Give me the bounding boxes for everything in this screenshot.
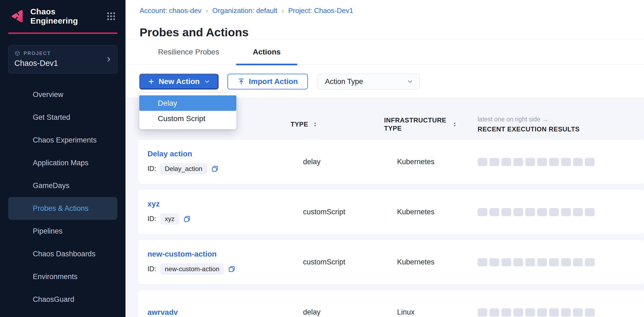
module-grid-icon[interactable] xyxy=(106,11,116,21)
action-row: new-custom-action ID: new-custom-action … xyxy=(138,240,644,284)
execution-result-pill xyxy=(525,308,535,316)
tab-label: Resilience Probes xyxy=(158,48,219,56)
copy-icon xyxy=(228,265,236,273)
action-name-link[interactable]: awrvadv xyxy=(147,308,178,317)
execution-result-pill xyxy=(513,208,523,216)
action-row: awrvadv delay Linux xyxy=(138,290,644,317)
action-id-value: Delay_action xyxy=(160,163,207,174)
sidebar-item[interactable]: Get Started xyxy=(8,106,117,129)
type-column-header: TYPE xyxy=(291,121,384,128)
breadcrumb-item: Organization: default › xyxy=(212,7,288,15)
execution-result-pill xyxy=(573,308,583,316)
project-label: PROJECT xyxy=(24,51,51,56)
execution-result-pill xyxy=(478,308,487,316)
sidebar: Chaos Engineering PROJECT Chaos-Dev1 Ove… xyxy=(0,0,125,317)
execution-result-pill xyxy=(549,308,559,316)
menu-item-label: Delay xyxy=(158,99,177,108)
name-cell: new-custom-action ID: new-custom-action xyxy=(147,250,291,275)
tab[interactable]: Actions xyxy=(236,40,298,64)
new-action-label: New Action xyxy=(159,77,199,86)
execution-result-pill xyxy=(478,258,487,266)
tab-label: Actions xyxy=(253,48,281,56)
chaos-engineering-logo-icon xyxy=(9,8,25,24)
execution-result-pill xyxy=(573,158,583,166)
import-action-label: Import Action xyxy=(249,77,298,86)
execution-result-pill xyxy=(573,208,583,216)
execution-result-pill xyxy=(513,308,523,316)
breadcrumb-link[interactable]: Account: chaos-dev xyxy=(140,7,201,15)
breadcrumb-link[interactable]: Project: Chaos-Dev1 xyxy=(288,7,353,15)
infrastructure-cell: Kubernetes xyxy=(384,258,478,267)
breadcrumb-link[interactable]: Organization: default xyxy=(212,7,277,15)
execution-result-pill xyxy=(549,208,559,216)
copy-id-button[interactable] xyxy=(183,215,191,223)
tab[interactable]: Resilience Probes xyxy=(141,40,236,64)
infrastructure-value: Kubernetes xyxy=(397,258,434,266)
copy-icon xyxy=(183,215,191,223)
project-name: Chaos-Dev1 xyxy=(14,59,111,68)
infrastructure-cell: Kubernetes xyxy=(384,157,478,166)
sort-icon[interactable] xyxy=(312,121,318,128)
sidebar-item[interactable]: GameDays xyxy=(8,174,117,197)
name-cell: xyz ID: xyz xyxy=(147,200,291,225)
execution-result-pill xyxy=(525,158,535,166)
sidebar-item-label: Chaos Dashboards xyxy=(33,250,95,258)
import-action-button[interactable]: Import Action xyxy=(227,74,308,89)
execution-result-pill xyxy=(501,208,511,216)
sidebar-item[interactable]: Chaos Experiments xyxy=(8,129,117,151)
execution-result-pill xyxy=(525,208,535,216)
tab-bar: Resilience Probes Actions xyxy=(141,40,297,64)
results-header-label: RECENT EXECUTION RESULTS xyxy=(478,125,644,133)
sidebar-item[interactable]: Overview xyxy=(8,83,117,106)
sidebar-item[interactable]: Environments xyxy=(8,265,117,288)
action-name-link[interactable]: xyz xyxy=(147,200,160,208)
sidebar-item-label: Get Started xyxy=(33,113,70,122)
type-cell: customScript xyxy=(291,258,384,266)
sidebar-item-label: Application Maps xyxy=(33,159,89,167)
sidebar-item[interactable]: Pipelines xyxy=(8,220,117,242)
action-id-value: xyz xyxy=(160,213,179,225)
id-label: ID: xyxy=(147,215,156,223)
sidebar-item-label: GameDays xyxy=(33,182,69,190)
chevron-down-icon xyxy=(204,79,210,85)
action-type-filter[interactable]: Action Type xyxy=(318,74,420,89)
new-action-button[interactable]: New Action xyxy=(139,74,218,89)
project-selector[interactable]: PROJECT Chaos-Dev1 xyxy=(8,45,117,73)
id-label: ID: xyxy=(147,265,156,273)
sidebar-item[interactable]: Probes & Actions xyxy=(8,197,117,220)
infrastructure-header-label: INFRASTRUCTURE TYPE xyxy=(384,116,448,132)
execution-result-pill xyxy=(585,308,595,316)
type-value: customScript xyxy=(303,258,345,266)
breadcrumb-item: Project: Chaos-Dev1 › xyxy=(288,7,353,15)
upload-icon xyxy=(237,78,245,85)
copy-id-button[interactable] xyxy=(211,165,219,173)
execution-result-pill xyxy=(561,308,571,316)
table-body: Delay action ID: Delay_action delay xyxy=(138,140,644,317)
breadcrumb-item: Account: chaos-dev › xyxy=(140,7,212,15)
action-row: xyz ID: xyz customScript xyxy=(138,190,644,234)
name-cell: awrvadv xyxy=(147,308,291,317)
sidebar-header: Chaos Engineering xyxy=(0,0,125,33)
execution-result-pill xyxy=(585,208,595,216)
execution-result-pill xyxy=(525,258,535,266)
execution-result-pill xyxy=(490,308,499,316)
app-title: Chaos Engineering xyxy=(30,7,101,25)
action-name-link[interactable]: Delay action xyxy=(147,150,192,158)
action-id-row: ID: new-custom-action xyxy=(147,263,291,275)
sidebar-item[interactable]: Chaos Dashboards xyxy=(8,242,117,265)
sidebar-item[interactable]: Application Maps xyxy=(8,151,117,174)
action-id-row: ID: xyz xyxy=(147,213,291,225)
menu-item[interactable]: Custom Script xyxy=(139,111,236,126)
infrastructure-value: Kubernetes xyxy=(397,158,434,166)
action-name-link[interactable]: new-custom-action xyxy=(147,250,217,258)
page-title: Probes and Actions xyxy=(140,26,249,39)
menu-item[interactable]: Delay xyxy=(139,95,236,111)
sidebar-item[interactable]: ChaosGuard xyxy=(8,288,117,311)
type-header-label: TYPE xyxy=(291,121,308,128)
type-value: customScript xyxy=(303,208,345,216)
copy-id-button[interactable] xyxy=(228,265,236,273)
id-label: ID: xyxy=(147,165,156,173)
sidebar-item-label: Environments xyxy=(33,273,78,281)
sort-icon[interactable] xyxy=(452,121,458,128)
sidebar-item-label: ChaosGuard xyxy=(33,295,74,304)
